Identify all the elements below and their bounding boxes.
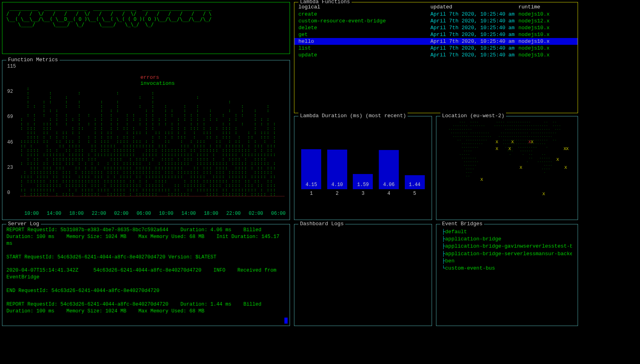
- map-marker-icon: X: [508, 146, 511, 151]
- chart-area: ::::::::::::::::::::::::::::::::::::::::…: [20, 64, 284, 196]
- fn-updated: April 7th 2020, 10:25:40 am: [430, 52, 518, 58]
- cursor-icon: [284, 318, 288, 324]
- fn-name: list: [298, 45, 430, 51]
- x-axis: 10:0014:0018:0022:0002:0006:0010:0014:00…: [24, 211, 286, 216]
- fn-updated: April 7th 2020, 10:25:40 am: [430, 11, 518, 17]
- panel-title: Event Bridges: [440, 221, 484, 227]
- panel-title: Dashboard Logs: [298, 221, 345, 227]
- duration-bar-2: 4.102: [327, 150, 348, 196]
- fn-updated: April 7th 2020, 10:25:40 am: [430, 38, 518, 44]
- fn-runtime: nodejs10.x: [518, 38, 574, 44]
- fn-name: hello: [298, 38, 430, 44]
- function-row-custom-resource-event-bridge[interactable]: custom-resource-event-bridgeApril 7th 20…: [294, 18, 578, 24]
- y-axis: 115926946230: [7, 64, 16, 196]
- fn-runtime: nodejs12.x: [518, 18, 574, 24]
- bridge-ben[interactable]: ├ben: [442, 258, 572, 265]
- function-row-update[interactable]: updateApril 7th 2020, 10:25:40 amnodejs1…: [294, 52, 578, 58]
- location-panel: Location (eu-west-2) ... .... .... .....…: [436, 116, 578, 220]
- lambda-functions-panel[interactable]: Lambda Functions logical updated runtime…: [294, 2, 578, 113]
- map-marker-icon: X: [520, 165, 522, 170]
- map-marker-icon: X: [496, 140, 498, 144]
- function-row-create[interactable]: createApril 7th 2020, 10:25:40 amnodejs1…: [294, 11, 578, 18]
- fn-name: delete: [298, 25, 430, 31]
- duration-bar-3: 1.593: [352, 174, 373, 196]
- fn-updated: April 7th 2020, 10:25:40 am: [430, 32, 518, 38]
- map-marker-icon: X: [542, 192, 545, 196]
- function-row-hello[interactable]: helloApril 7th 2020, 10:25:40 amnodejs10…: [294, 38, 578, 45]
- bridge-default[interactable]: ├default: [442, 228, 572, 236]
- bridge-application-bridge-serverlessmansur-backend[interactable]: ├application-bridge-serverlessmansur-bac…: [442, 250, 572, 258]
- event-bridges-panel[interactable]: Event Bridges ├default├application-bridg…: [436, 224, 578, 326]
- server-log-panel[interactable]: Server Log REPORT RequestId: 5b31087b-e3…: [2, 224, 290, 326]
- fn-name: create: [298, 11, 430, 17]
- world-map: ... .... .... ........... .. .. ....... …: [436, 116, 578, 180]
- fn-updated: April 7th 2020, 10:25:40 am: [430, 45, 518, 51]
- map-marker-icon: X: [511, 140, 514, 144]
- lambda-duration-panel: Lambda Duration (ms) (most recent) 4.151…: [294, 116, 432, 220]
- fn-updated: April 7th 2020, 10:25:40 am: [430, 18, 518, 24]
- fn-updated: April 7th 2020, 10:25:40 am: [430, 25, 518, 31]
- function-row-get[interactable]: getApril 7th 2020, 10:25:40 amnodejs10.x: [294, 31, 578, 38]
- fn-runtime: nodejs10.x: [518, 45, 574, 51]
- bridge-application-bridge[interactable]: ├application-bridge: [442, 236, 572, 243]
- duration-bar-1: 4.151: [301, 149, 322, 196]
- fn-runtime: nodejs10.x: [518, 11, 574, 17]
- map-marker-icon: X: [556, 157, 559, 162]
- bridge-application-bridge-gavinwserverlesstest-bac[interactable]: ├application-bridge-gavinwserverlesstest…: [442, 243, 572, 250]
- duration-bar-4: 4.064: [378, 150, 399, 196]
- function-metrics-panel: Function Metrics 115926946230 errors inv…: [2, 60, 290, 220]
- panel-title: Lambda Duration (ms) (most recent): [298, 113, 408, 119]
- map-marker-icon: X: [531, 140, 534, 144]
- map-marker-icon: X: [496, 146, 498, 151]
- dashboard-logs-panel[interactable]: Dashboard Logs: [294, 224, 432, 326]
- col-updated: updated: [430, 4, 518, 10]
- fn-name: update: [298, 52, 430, 58]
- event-bridges-tree: ├default├application-bridge├application-…: [436, 224, 578, 276]
- fn-name: custom-resource-event-bridge: [298, 18, 430, 24]
- map-marker-icon: X: [480, 177, 483, 182]
- function-row-delete[interactable]: deleteApril 7th 2020, 10:25:40 amnodejs1…: [294, 24, 578, 31]
- ascii-logo: __________ _______________ _____________…: [2, 2, 290, 31]
- logo-panel: __________ _______________ _____________…: [2, 2, 290, 54]
- map-marker-icon: X: [566, 146, 569, 151]
- col-runtime: runtime: [518, 4, 574, 10]
- map-marker-icon: X: [564, 165, 567, 170]
- duration-bars: 4.1514.1021.5934.0641.445: [294, 116, 432, 196]
- fn-runtime: nodejs10.x: [518, 25, 574, 31]
- server-log-text: REPORT RequestId: 5b31087b-e383-4be7-863…: [2, 224, 290, 323]
- fn-runtime: nodejs10.x: [518, 52, 574, 58]
- panel-title: Lambda Functions: [298, 0, 352, 5]
- fn-runtime: nodejs10.x: [518, 32, 574, 38]
- panel-title: Location (eu-west-2): [440, 113, 506, 119]
- fn-name: get: [298, 32, 430, 38]
- duration-bar-5: 1.445: [404, 175, 425, 196]
- col-logical: logical: [298, 4, 430, 10]
- bridge-custom-event-bus[interactable]: └custom-event-bus: [442, 265, 572, 272]
- function-row-list[interactable]: listApril 7th 2020, 10:25:40 amnodejs10.…: [294, 45, 578, 52]
